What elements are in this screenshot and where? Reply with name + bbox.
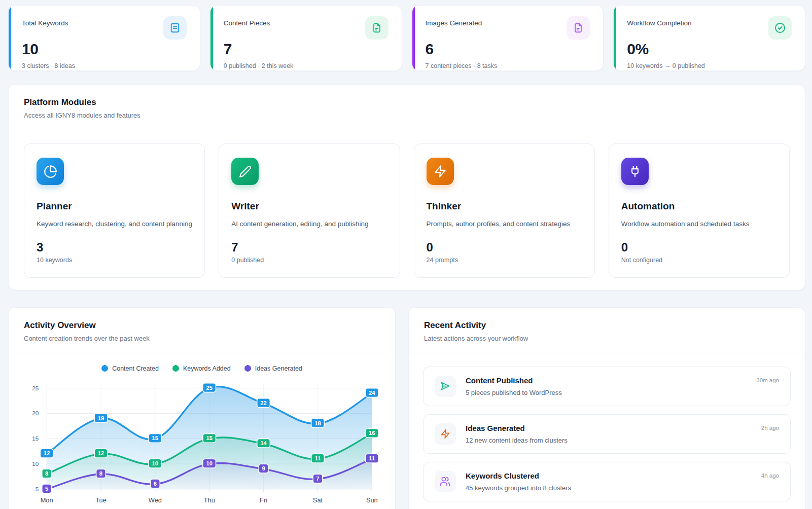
stats-row: Total Keywords 10 3 clusters · 8 ideas C…: [8, 5, 805, 71]
stat-subtext: 7 content pieces · 8 tasks: [426, 62, 590, 69]
svg-text:5: 5: [36, 486, 39, 493]
module-stat-label: 0 published: [231, 257, 387, 264]
svg-text:Wed: Wed: [149, 496, 162, 503]
module-card-planner[interactable]: Planner Keyword research, clustering, an…: [24, 143, 205, 278]
recent-activity-section: Recent Activity Latest actions across yo…: [408, 307, 805, 509]
module-stat-value: 7: [231, 240, 387, 254]
svg-text:8: 8: [99, 470, 102, 477]
module-card-automation[interactable]: Automation Workflow automation and sched…: [609, 143, 790, 278]
modules-grid: Planner Keyword research, clustering, an…: [9, 130, 805, 290]
svg-text:24: 24: [369, 390, 375, 396]
platform-modules-header: Platform Modules Access all IGNY8 module…: [9, 85, 805, 130]
svg-text:7: 7: [316, 476, 319, 482]
legend-dot-green: [172, 365, 179, 372]
legend-dot-blue: [101, 365, 108, 372]
activity-overview-section: Activity Overview Content creation trend…: [8, 307, 396, 509]
section-subtitle: Content creation trends over the past we…: [24, 335, 380, 342]
file-icon: [567, 16, 590, 40]
section-subtitle: Latest actions across your workflow: [424, 335, 790, 342]
recent-item-description: 45 keywords grouped into 8 clusters: [466, 484, 752, 492]
check-circle-icon: [768, 16, 792, 40]
svg-text:25: 25: [32, 385, 39, 392]
stat-subtext: 3 clusters · 8 ideas: [22, 62, 187, 69]
stat-subtext: 10 keywords → 0 published: [627, 62, 792, 69]
section-subtitle: Access all IGNY8 modules and features: [24, 112, 790, 119]
svg-text:Thu: Thu: [204, 496, 215, 503]
dashboard-page: Total Keywords 10 3 clusters · 8 ideas C…: [0, 0, 812, 509]
activity-chart-svg: MonTueWedThuFriSatSun5101520251219152522…: [15, 375, 385, 509]
svg-text:15: 15: [152, 435, 159, 441]
recent-item-title: Ideas Generated: [466, 424, 752, 432]
stat-card-images-generated: Images Generated 6 7 content pieces · 8 …: [412, 5, 604, 71]
recent-activity-header: Recent Activity Latest actions across yo…: [409, 308, 805, 353]
stat-card-top: Content Pieces: [224, 16, 389, 40]
section-title: Activity Overview: [24, 320, 380, 331]
recent-item-content-published[interactable]: Content Published 5 pieces published to …: [423, 367, 791, 406]
recent-item-title: Keywords Clustered: [466, 471, 752, 480]
svg-text:9: 9: [262, 465, 265, 471]
zap-icon: [427, 158, 454, 185]
svg-text:10: 10: [32, 460, 39, 467]
file-lines-icon: [163, 16, 187, 40]
svg-text:16: 16: [369, 430, 375, 436]
legend-label: Keywords Added: [183, 365, 231, 372]
module-description: Prompts, author profiles, and content st…: [427, 219, 582, 230]
svg-text:11: 11: [314, 455, 321, 461]
file-icon: [365, 16, 389, 40]
legend-label: Content Created: [112, 365, 159, 372]
section-title: Recent Activity: [424, 320, 790, 331]
stat-value: 6: [426, 41, 590, 58]
svg-text:Mon: Mon: [41, 496, 53, 503]
activity-overview-header: Activity Overview Content creation trend…: [9, 308, 395, 353]
stat-card-total-keywords: Total Keywords 10 3 clusters · 8 ideas: [8, 5, 200, 71]
svg-text:6: 6: [154, 481, 157, 487]
stat-card-top: Total Keywords: [22, 16, 187, 40]
module-title: Thinker: [427, 201, 582, 212]
stat-card-top: Workflow Completion: [627, 16, 792, 40]
svg-text:12: 12: [44, 450, 50, 456]
svg-text:8: 8: [45, 470, 48, 477]
recent-item-ideas-generated[interactable]: Ideas Generated 12 new content ideas fro…: [423, 414, 791, 454]
svg-text:Fri: Fri: [260, 496, 267, 503]
svg-text:20: 20: [32, 410, 39, 417]
module-stat-value: 0: [427, 240, 582, 254]
recent-item-keywords-clustered[interactable]: Keywords Clustered 45 keywords grouped i…: [423, 462, 791, 501]
recent-item-body: Content Published 5 pieces published to …: [466, 376, 747, 396]
recent-item-description: 12 new content ideas from clusters: [466, 437, 752, 444]
module-card-thinker[interactable]: Thinker Prompts, author profiles, and co…: [414, 143, 595, 278]
svg-text:5: 5: [45, 486, 48, 492]
chart-legend: Content Created Keywords Added Ideas Gen…: [9, 353, 395, 375]
svg-text:15: 15: [206, 435, 213, 441]
svg-text:10: 10: [206, 460, 213, 466]
module-description: Keyword research, clustering, and conten…: [37, 219, 192, 230]
legend-item-ideas-generated[interactable]: Ideas Generated: [244, 365, 302, 372]
recent-item-time: 30m ago: [756, 377, 779, 383]
stat-label: Images Generated: [426, 16, 482, 27]
users-icon: [435, 471, 456, 492]
stat-value: 7: [224, 41, 389, 58]
svg-text:18: 18: [314, 420, 321, 426]
recent-item-body: Keywords Clustered 45 keywords grouped i…: [466, 471, 752, 492]
svg-text:Sun: Sun: [366, 496, 378, 503]
legend-item-content-created[interactable]: Content Created: [101, 365, 159, 372]
bottom-row: Activity Overview Content creation trend…: [8, 307, 805, 509]
legend-item-keywords-added[interactable]: Keywords Added: [172, 365, 231, 372]
svg-text:12: 12: [98, 450, 104, 456]
pencil-icon: [231, 158, 259, 185]
stat-label: Workflow Completion: [627, 16, 691, 27]
recent-item-time: 4h ago: [761, 472, 779, 479]
platform-modules-section: Platform Modules Access all IGNY8 module…: [8, 84, 805, 290]
module-card-writer[interactable]: Writer AI content generation, editing, a…: [219, 143, 400, 278]
module-description: AI content generation, editing, and publ…: [231, 219, 387, 230]
stat-value: 10: [22, 41, 187, 58]
stat-subtext: 0 published · 2 this week: [224, 62, 389, 69]
svg-text:15: 15: [32, 435, 39, 442]
section-title: Platform Modules: [24, 97, 790, 107]
activity-chart: MonTueWedThuFriSatSun5101520251219152522…: [9, 375, 395, 509]
pie-chart-icon: [37, 158, 64, 185]
module-title: Planner: [37, 201, 192, 212]
recent-item-description: 5 pieces published to WordPress: [466, 389, 747, 396]
legend-label: Ideas Generated: [255, 365, 302, 372]
svg-text:25: 25: [206, 385, 213, 391]
module-stat-label: 24 prompts: [427, 257, 582, 264]
